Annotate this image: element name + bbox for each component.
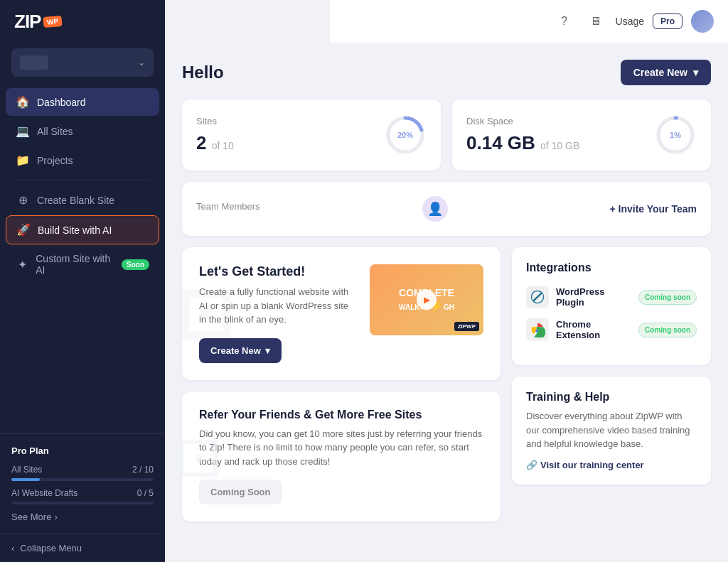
wordpress-name: WordPressPlugin bbox=[556, 286, 604, 308]
sidebar-item-label: Build Site with AI bbox=[38, 225, 112, 236]
sidebar-bottom: Pro Plan All Sites 2 / 10 AI Website Dra… bbox=[0, 433, 165, 534]
all-sites-label: All Sites bbox=[11, 465, 42, 475]
video-watermark: ZIPWP bbox=[454, 322, 479, 331]
hello-row: Hello Create New ▾ bbox=[182, 60, 711, 85]
sites-card-inner: Sites 2 of 10 20% bbox=[196, 114, 427, 156]
disk-total: of 10 GB bbox=[540, 140, 579, 151]
create-new-small-label: Create New bbox=[210, 345, 261, 356]
sidebar: ZIP WP ⌄ 🏠 Dashboard 💻 All Sites 📁 Proje… bbox=[0, 0, 165, 562]
main-content: Hello Create New ▾ Sites 2 of 10 bbox=[165, 43, 728, 562]
see-more-label: See More bbox=[11, 512, 51, 522]
video-thumbnail[interactable]: ▶ COMPLETE WALKTH⚡GH ZIPWP bbox=[370, 264, 483, 335]
left-col: ⊡ Let's Get Started! Create a fully func… bbox=[182, 247, 500, 522]
integration-left: ChromeExtension bbox=[526, 318, 600, 341]
sidebar-item-custom-ai[interactable]: ✦ Custom Site with AI Soon bbox=[6, 246, 159, 283]
logo-container: ZIP WP bbox=[0, 0, 165, 43]
collapse-label: Collapse Menu bbox=[20, 543, 82, 553]
stats-row: Sites 2 of 10 20% bbox=[182, 99, 711, 171]
disk-circle: 1% bbox=[654, 114, 697, 156]
right-col: Integrations WordPressPlugin Coming soon bbox=[512, 247, 711, 522]
sites-value: 2 of 10 bbox=[196, 132, 234, 154]
sites-label: Sites bbox=[196, 116, 234, 126]
sidebar-item-dashboard[interactable]: 🏠 Dashboard bbox=[6, 88, 159, 116]
create-new-button[interactable]: Create New ▾ bbox=[621, 60, 711, 85]
integrations-card: Integrations WordPressPlugin Coming soon bbox=[512, 247, 711, 365]
sites-count: 2 bbox=[196, 132, 206, 153]
ai-drafts-bar-bg bbox=[11, 502, 154, 504]
sidebar-item-build-ai[interactable]: 🚀 Build Site with AI bbox=[6, 215, 159, 244]
ai-drafts-label: AI Website Drafts bbox=[11, 488, 77, 498]
training-title: Training & Help bbox=[526, 391, 697, 404]
bottom-row: ⊡ Let's Get Started! Create a fully func… bbox=[182, 247, 711, 522]
get-started-desc: Create a fully functional website with A… bbox=[199, 285, 355, 327]
external-link-icon: 🔗 bbox=[526, 460, 537, 470]
disk-card-inner: Disk Space 0.14 GB of 10 GB 1% bbox=[466, 114, 697, 156]
sidebar-item-label: Custom Site with AI bbox=[36, 253, 114, 276]
user-avatar[interactable] bbox=[691, 10, 714, 33]
all-sites-bar-bg bbox=[11, 478, 154, 481]
training-desc: Discover everything about ZipWP with our… bbox=[526, 409, 697, 451]
collapse-menu-button[interactable]: ‹ Collapse Menu bbox=[0, 534, 165, 562]
chrome-badge: Coming soon bbox=[638, 323, 697, 337]
content-wrapper: ? 🖥 Usage Pro Hello Create New ▾ Sites 2 bbox=[165, 0, 728, 562]
training-card: Training & Help Discover everything abou… bbox=[512, 377, 711, 485]
logo-zip: ZIP bbox=[14, 11, 41, 33]
projects-icon: 📁 bbox=[16, 153, 30, 167]
sidebar-item-create-blank[interactable]: ⊕ Create Blank Site bbox=[6, 186, 159, 214]
sites-total: of 10 bbox=[212, 140, 234, 151]
collapse-icon: ‹ bbox=[11, 543, 14, 553]
workspace-arrow-icon: ⌄ bbox=[138, 58, 145, 67]
get-started-title: Let's Get Started! bbox=[199, 264, 355, 279]
sidebar-item-label: Create Blank Site bbox=[37, 195, 114, 206]
see-more-button[interactable]: See More › bbox=[11, 512, 154, 522]
sites-card-content: Sites 2 of 10 bbox=[196, 116, 234, 154]
usage-link[interactable]: Usage bbox=[616, 16, 644, 27]
sites-card: Sites 2 of 10 20% bbox=[182, 99, 441, 171]
integration-item-wordpress: WordPressPlugin Coming soon bbox=[526, 286, 697, 308]
sidebar-nav: 🏠 Dashboard 💻 All Sites 📁 Projects ⊕ Cre… bbox=[0, 88, 165, 433]
disk-card-content: Disk Space 0.14 GB of 10 GB bbox=[466, 116, 579, 154]
workspace-selector[interactable]: ⌄ bbox=[11, 48, 154, 77]
refer-desc: Did you know, you can get 10 more sites … bbox=[199, 427, 483, 469]
chrome-icon bbox=[526, 318, 549, 341]
page-title: Hello bbox=[182, 63, 224, 82]
soon-badge: Soon bbox=[122, 259, 149, 270]
invite-team-button[interactable]: + Invite Your Team bbox=[609, 203, 697, 215]
custom-ai-icon: ✦ bbox=[16, 258, 28, 271]
team-label: Team Members bbox=[196, 201, 260, 212]
wordpress-icon bbox=[526, 286, 549, 308]
training-link[interactable]: 🔗 Visit our training center bbox=[526, 460, 697, 470]
disk-pct: 1% bbox=[670, 131, 681, 139]
help-icon[interactable]: ? bbox=[553, 10, 576, 33]
refer-title: Refer Your Friends & Get More Free Sites bbox=[199, 409, 483, 421]
ai-drafts-value: 0 / 5 bbox=[137, 488, 154, 498]
dashboard-icon: 🏠 bbox=[16, 95, 30, 109]
chrome-name: ChromeExtension bbox=[556, 319, 600, 340]
see-more-arrow-icon: › bbox=[54, 512, 57, 522]
all-sites-bar-fill bbox=[11, 478, 40, 481]
pro-badge: Pro bbox=[653, 13, 682, 29]
disk-label: Disk Space bbox=[466, 116, 579, 126]
team-avatar: 👤 bbox=[422, 196, 448, 222]
all-sites-icon: 💻 bbox=[16, 124, 30, 138]
create-new-small-chevron: ▾ bbox=[265, 345, 270, 356]
disk-card: Disk Space 0.14 GB of 10 GB 1% bbox=[452, 99, 711, 171]
create-new-small-button[interactable]: Create New ▾ bbox=[199, 338, 282, 363]
sidebar-item-all-sites[interactable]: 💻 All Sites bbox=[6, 117, 159, 145]
sidebar-item-label: Projects bbox=[37, 155, 73, 166]
team-left: Team Members bbox=[196, 201, 260, 217]
sites-circle: 20% bbox=[384, 114, 427, 156]
disk-amount: 0.14 GB bbox=[466, 132, 535, 153]
integration-left: WordPressPlugin bbox=[526, 286, 604, 308]
training-link-label: Visit our training center bbox=[540, 460, 644, 470]
get-started-content: Let's Get Started! Create a fully functi… bbox=[199, 264, 355, 363]
create-blank-icon: ⊕ bbox=[16, 193, 30, 207]
team-avatar-row: 👤 bbox=[422, 196, 448, 222]
integrations-title: Integrations bbox=[526, 261, 697, 274]
build-ai-icon: 🚀 bbox=[16, 223, 31, 237]
create-new-chevron-icon: ▾ bbox=[693, 67, 698, 78]
sidebar-item-projects[interactable]: 📁 Projects bbox=[6, 146, 159, 174]
monitor-icon[interactable]: 🖥 bbox=[584, 10, 607, 33]
play-button[interactable]: ▶ bbox=[417, 290, 437, 310]
ai-drafts-usage-row: AI Website Drafts 0 / 5 bbox=[11, 488, 154, 498]
